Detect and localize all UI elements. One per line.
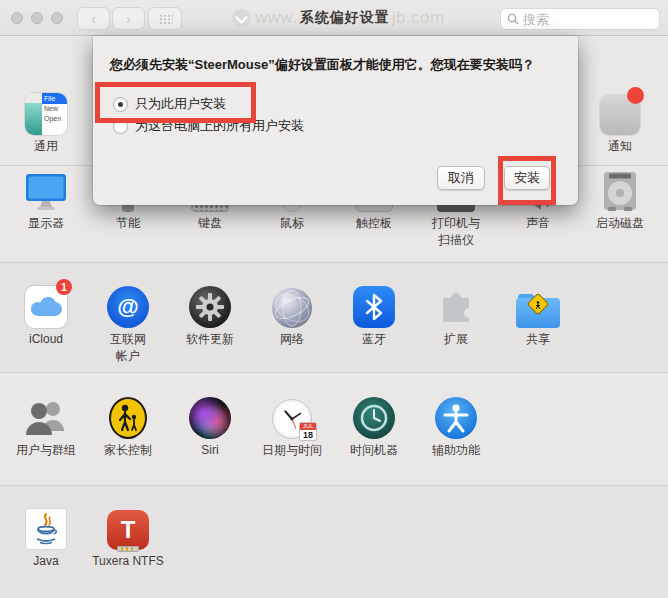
cancel-button[interactable]: 取消 <box>437 166 485 190</box>
startup-disk-icon <box>599 170 641 212</box>
pref-item-startup-disk[interactable]: 启动磁盘 <box>579 168 661 262</box>
minimize-window-button[interactable] <box>31 12 43 24</box>
annotation-box-install <box>498 156 556 205</box>
sharing-icon <box>516 292 560 328</box>
pref-row-4: 用户与群组 家长控制 Siri <box>0 372 668 485</box>
calendar-month: JUL <box>300 423 316 430</box>
pref-row-3: 1 iCloud @ 互联网 帐户 软件更新 <box>0 262 668 372</box>
grid-icon <box>159 14 173 25</box>
at-sign-glyph: @ <box>117 294 138 320</box>
pref-label: 节能 <box>116 215 140 232</box>
pref-item-time-machine[interactable]: 时间机器 <box>333 395 415 485</box>
bluetooth-icon <box>353 286 395 328</box>
users-groups-icon <box>24 397 68 439</box>
pref-item-icloud[interactable]: 1 iCloud <box>5 284 87 372</box>
pref-label: 互联网 帐户 <box>110 331 146 365</box>
extensions-icon <box>435 286 477 328</box>
chevron-right-icon: › <box>126 10 131 27</box>
calendar-icon: JUL 18 <box>299 422 317 441</box>
siri-icon <box>189 397 231 439</box>
tuxera-ntfs-icon: T <box>107 510 149 550</box>
pref-label: 声音 <box>526 215 550 232</box>
pref-label: 扩展 <box>444 331 468 348</box>
window-title: 系统偏好设置 <box>300 9 390 27</box>
pref-item-siri[interactable]: Siri <box>169 395 251 485</box>
watermark-logo-icon <box>232 9 251 28</box>
watermark-text-right: jb.com <box>392 8 445 28</box>
pref-label: 触控板 <box>356 215 392 232</box>
notification-dot-badge <box>627 87 644 104</box>
zoom-window-button[interactable] <box>51 12 63 24</box>
date-time-icon: JUL 18 <box>272 399 312 439</box>
pref-label: 共享 <box>526 331 550 348</box>
pref-item-displays[interactable]: 显示器 <box>5 168 87 262</box>
pref-item-sharing[interactable]: 共享 <box>497 284 579 372</box>
show-all-button[interactable] <box>148 7 182 30</box>
pref-item-notifications[interactable]: 通知 <box>579 91 661 155</box>
pref-label: 辅助功能 <box>432 442 480 459</box>
pref-label: 软件更新 <box>186 331 234 348</box>
accessibility-icon <box>435 397 477 439</box>
pref-item-network[interactable]: 网络 <box>251 284 333 372</box>
general-menu-new-text: New <box>42 104 67 114</box>
pref-label: Siri <box>201 442 218 459</box>
pref-item-accessibility[interactable]: 辅助功能 <box>415 395 497 485</box>
pref-label: 蓝牙 <box>362 331 386 348</box>
pref-item-general[interactable]: File New Open 通用 <box>5 91 87 155</box>
search-input[interactable] <box>523 12 643 27</box>
back-button[interactable]: ‹ <box>77 7 110 30</box>
pref-label: 时间机器 <box>350 442 398 459</box>
tuxera-connector <box>117 546 139 552</box>
pref-label: 打印机与 扫描仪 <box>432 215 480 249</box>
display-icon <box>24 170 68 212</box>
pref-item-java[interactable]: Java <box>5 506 87 598</box>
pref-label: iCloud <box>29 331 63 348</box>
dialog-message: 您必须先安装“SteerMouse”偏好设置面板才能使用它。您现在要安装吗？ <box>110 56 566 74</box>
pref-label: 显示器 <box>28 215 64 232</box>
pref-item-software-update[interactable]: 软件更新 <box>169 284 251 372</box>
pref-item-users-groups[interactable]: 用户与群组 <box>5 395 87 485</box>
pref-item-internet-accounts[interactable]: @ 互联网 帐户 <box>87 284 169 372</box>
java-icon <box>25 508 67 550</box>
title-area: www. 系统偏好设置 jb.com <box>232 0 445 36</box>
watermark-text-left: www. <box>255 8 298 28</box>
pref-item-tuxera-ntfs[interactable]: T Tuxera NTFS <box>87 506 169 598</box>
pref-label: 启动磁盘 <box>596 215 644 232</box>
titlebar: ‹ › www. 系统偏好设置 jb.com <box>0 0 668 36</box>
pref-label: 鼠标 <box>280 215 304 232</box>
calendar-day: 18 <box>300 430 316 441</box>
annotation-box-radio <box>95 82 256 123</box>
time-machine-icon <box>353 397 395 439</box>
search-icon <box>507 13 519 25</box>
close-window-button[interactable] <box>11 12 23 24</box>
software-update-icon <box>189 286 231 328</box>
network-icon <box>272 288 312 328</box>
general-menu-open-text: Open <box>42 114 67 124</box>
pref-item-date-time[interactable]: JUL 18 日期与时间 <box>251 395 333 485</box>
icloud-badge: 1 <box>56 279 72 295</box>
tuxera-letter: T <box>121 516 136 544</box>
pref-item-bluetooth[interactable]: 蓝牙 <box>333 284 415 372</box>
search-field[interactable] <box>500 8 660 30</box>
chevron-left-icon: ‹ <box>91 10 96 27</box>
general-icon: File New Open <box>25 93 67 135</box>
pref-label: 家长控制 <box>104 442 152 459</box>
pref-item-extensions[interactable]: 扩展 <box>415 284 497 372</box>
pref-label: 键盘 <box>198 215 222 232</box>
pref-row-5: Java T Tuxera NTFS <box>0 485 668 598</box>
general-menu-file-text: File <box>42 93 67 104</box>
pref-label: 通知 <box>608 138 632 155</box>
pref-label: 网络 <box>280 331 304 348</box>
pref-item-parental-controls[interactable]: 家长控制 <box>87 395 169 485</box>
pref-label: 通用 <box>34 138 58 155</box>
pref-label: 日期与时间 <box>262 442 322 459</box>
pref-label: Java <box>33 553 58 570</box>
internet-accounts-icon: @ <box>107 286 149 328</box>
parental-controls-icon <box>109 397 147 439</box>
forward-button[interactable]: › <box>112 7 145 30</box>
pref-label: Tuxera NTFS <box>92 553 164 570</box>
pref-label: 用户与群组 <box>16 442 76 459</box>
